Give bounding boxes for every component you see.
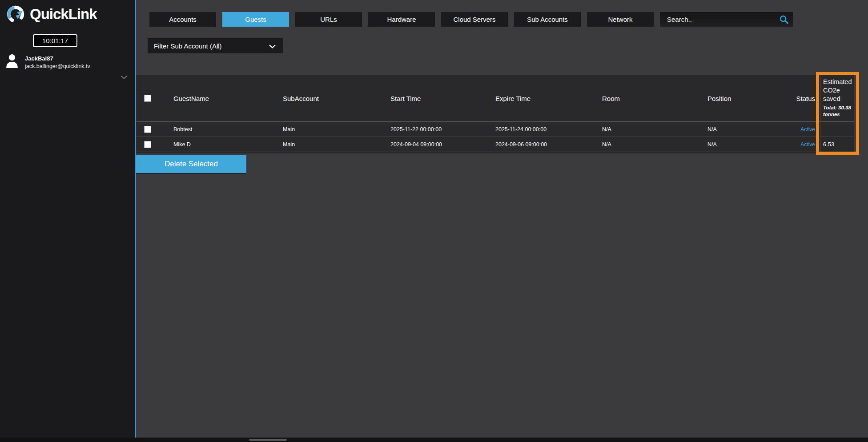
header-checkbox-cell (136, 95, 159, 102)
cell-position: N/A (693, 141, 781, 148)
search-box (660, 12, 793, 27)
user-name: JackBal87 (25, 55, 90, 62)
cell-start-time: 2024-09-04 09:00:00 (376, 141, 481, 148)
cell-status: Active (781, 141, 820, 148)
cell-subaccount: Main (269, 141, 376, 148)
user-info: JackBal87 jack.ballinger@quicklink.tv (25, 53, 90, 69)
row-checkbox-cell (136, 126, 159, 133)
sidebar: QuickLink 10:01:17 JackBal87 jack.ballin… (0, 0, 136, 442)
cell-expire-time: 2024-09-06 09:00:00 (481, 141, 586, 148)
cell-room: N/A (586, 141, 693, 148)
brand-name: QuickLink (30, 6, 97, 23)
co2e-title: Estimated CO2e saved (823, 78, 852, 103)
cell-subaccount: Main (269, 126, 376, 133)
row-checkbox[interactable] (144, 141, 151, 148)
cell-co2e (820, 122, 854, 137)
search-icon[interactable] (779, 15, 789, 24)
table-row: Mike D Main 2024-09-04 09:00:00 2024-09-… (136, 137, 854, 152)
co2e-total: Total: 30.38 tonnes (823, 104, 852, 118)
scrollbar-thumb[interactable] (249, 439, 287, 441)
select-all-checkbox[interactable] (144, 95, 151, 102)
cell-guestname: Bobtest (159, 126, 269, 133)
user-email: jack.ballinger@quicklink.tv (25, 63, 90, 69)
cell-expire-time: 2025-11-24 00:00:00 (481, 126, 586, 133)
brand: QuickLink (0, 0, 135, 24)
app-window: QuickLink 10:01:17 JackBal87 jack.ballin… (0, 0, 868, 442)
quicklink-logo-icon (4, 4, 27, 24)
header-position: Position (693, 95, 781, 102)
main-content: Accounts Guests URLs Hardware Cloud Serv… (136, 0, 868, 442)
user-account[interactable]: JackBal87 jack.ballinger@quicklink.tv (5, 53, 90, 69)
sub-account-filter-label: Filter Sub Account (All) (154, 42, 222, 50)
search-input[interactable] (666, 15, 779, 24)
tab-network[interactable]: Network (587, 12, 654, 27)
status-active-link[interactable]: Active (800, 141, 815, 148)
status-active-link[interactable]: Active (800, 126, 815, 133)
header-subaccount: SubAccount (269, 95, 376, 102)
user-menu-chevron-icon[interactable] (121, 73, 127, 81)
header-guestname: GuestName (159, 95, 269, 102)
sub-account-filter-dropdown[interactable]: Filter Sub Account (All) (148, 38, 283, 53)
cell-status: Active (781, 126, 820, 133)
header-room: Room (586, 95, 693, 102)
table-header-row: GuestName SubAccount Start Time Expire T… (136, 75, 854, 122)
delete-selected-button[interactable]: Delete Selected (136, 155, 246, 173)
tab-guests[interactable]: Guests (222, 12, 289, 27)
header-start-time: Start Time (376, 95, 481, 102)
table-row: Bobtest Main 2025-11-22 00:00:00 2025-11… (136, 122, 854, 137)
cell-guestname: Mike D (159, 141, 269, 148)
cell-room: N/A (586, 126, 693, 133)
nav-tab-bar: Accounts Guests URLs Hardware Cloud Serv… (149, 12, 793, 27)
cell-co2e: 6.53 (820, 137, 854, 152)
tab-accounts[interactable]: Accounts (149, 12, 216, 27)
tab-urls[interactable]: URLs (295, 12, 362, 27)
row-checkbox-cell (136, 141, 159, 148)
clock-display: 10:01:17 (33, 34, 77, 47)
row-checkbox[interactable] (144, 126, 151, 133)
avatar-icon (5, 53, 19, 68)
tab-hardware[interactable]: Hardware (368, 12, 435, 27)
header-co2e-saved: Estimated CO2e saved Total: 30.38 tonnes (820, 75, 854, 121)
header-status: Status (781, 95, 820, 102)
tab-sub-accounts[interactable]: Sub Accounts (514, 12, 581, 27)
tab-cloud-servers[interactable]: Cloud Servers (441, 12, 508, 27)
guests-table: GuestName SubAccount Start Time Expire T… (136, 75, 854, 153)
header-expire-time: Expire Time (481, 95, 586, 102)
horizontal-scrollbar[interactable] (0, 438, 868, 442)
cell-position: N/A (693, 126, 781, 133)
chevron-down-icon (269, 42, 276, 50)
cell-start-time: 2025-11-22 00:00:00 (376, 126, 481, 133)
